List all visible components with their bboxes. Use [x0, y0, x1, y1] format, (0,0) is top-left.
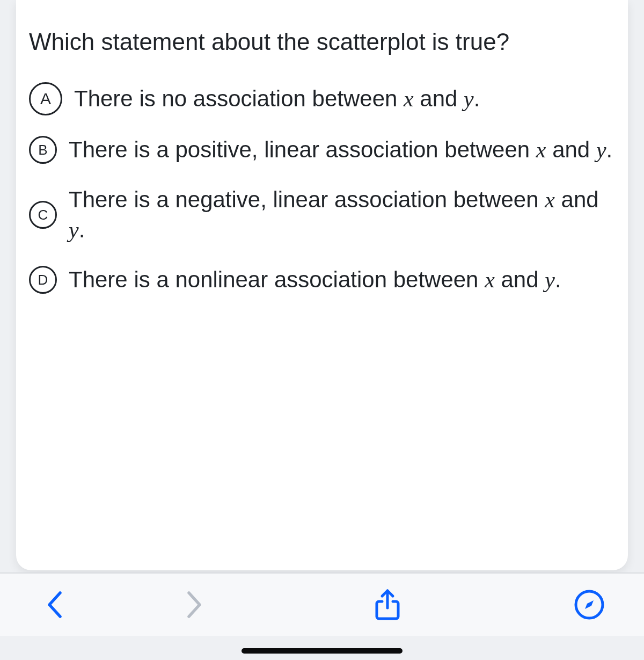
option-b-pre: There is a positive, linear association … — [69, 137, 536, 162]
option-a-pre: There is no association between — [74, 86, 404, 111]
option-c-text: There is a negative, linear association … — [69, 185, 615, 245]
share-button[interactable] — [369, 586, 406, 623]
option-d-post: . — [555, 267, 561, 292]
option-b-post: . — [606, 137, 613, 162]
var-x: x — [404, 86, 414, 111]
option-c-pre: There is a negative, linear association … — [69, 187, 545, 212]
option-d-mid: and — [495, 267, 545, 292]
chevron-right-icon — [184, 590, 205, 620]
compass-button[interactable] — [570, 586, 608, 623]
options-list: A There is no association between x and … — [16, 72, 628, 305]
option-c-post: . — [79, 217, 85, 242]
home-indicator[interactable] — [241, 648, 402, 654]
option-c[interactable]: C There is a negative, linear associatio… — [29, 175, 615, 255]
option-b-text: There is a positive, linear association … — [69, 135, 615, 165]
option-c-bubble: C — [29, 201, 57, 229]
question-text: Which statement about the scatterplot is… — [16, 5, 628, 72]
var-y: y — [596, 137, 606, 162]
option-d-bubble: D — [29, 266, 57, 294]
option-d-pre: There is a nonlinear association between — [69, 267, 485, 292]
option-a[interactable]: A There is no association between x and … — [29, 72, 615, 125]
var-x: x — [485, 267, 495, 292]
option-b-bubble: B — [29, 136, 57, 164]
option-a-post: . — [474, 86, 480, 111]
chevron-left-icon — [44, 590, 65, 620]
var-x: x — [545, 187, 555, 212]
back-button[interactable] — [36, 586, 74, 623]
bottom-toolbar — [0, 572, 644, 636]
option-a-mid: and — [414, 86, 464, 111]
forward-button[interactable] — [175, 586, 213, 623]
option-a-text: There is no association between x and y. — [74, 84, 615, 114]
var-y: y — [464, 86, 474, 111]
compass-icon — [574, 589, 605, 620]
share-icon — [372, 588, 402, 622]
question-card: Which statement about the scatterplot is… — [16, 0, 628, 570]
option-b[interactable]: B There is a positive, linear associatio… — [29, 125, 615, 175]
option-d[interactable]: D There is a nonlinear association betwe… — [29, 255, 615, 305]
var-x: x — [536, 137, 546, 162]
option-c-mid: and — [555, 187, 599, 212]
var-y: y — [69, 217, 79, 242]
option-d-text: There is a nonlinear association between… — [69, 265, 615, 295]
option-a-bubble: A — [29, 82, 62, 115]
option-b-mid: and — [546, 137, 596, 162]
var-y: y — [545, 267, 555, 292]
